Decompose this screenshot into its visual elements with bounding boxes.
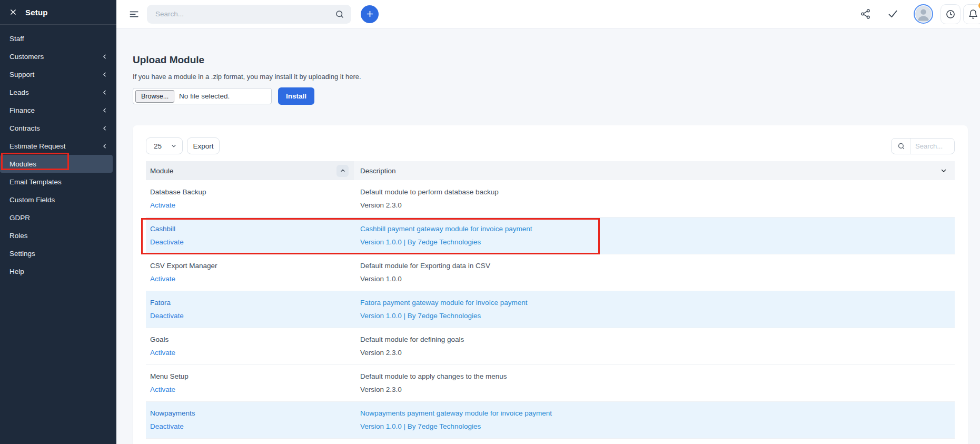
sidebar-item-staff[interactable]: Staff [0, 29, 116, 47]
page-subtitle: If you have a module in a .zip format, y… [133, 73, 361, 81]
module-description: Default module for Exporting data in CSV [360, 262, 955, 270]
table-row-menu-setup: Menu SetupActivate Default module to app… [146, 364, 955, 401]
sidebar-item-support[interactable]: Support [0, 65, 116, 83]
table-search [891, 138, 955, 154]
chevron-left-icon [101, 125, 108, 132]
module-description: Default module to apply changes to the m… [360, 372, 955, 380]
sidebar-title: Setup [25, 8, 48, 17]
topbar [116, 0, 980, 28]
module-version: Version 1.0.0 | By 7edge Technologies [360, 238, 955, 246]
search-icon[interactable] [892, 139, 911, 154]
sidebar-item-modules[interactable]: Modules [0, 155, 113, 173]
module-version: Version 2.3.0 [360, 386, 955, 393]
modules-table: Module Description [146, 161, 955, 439]
sidebar-menu: Staff Customers Support Leads Finance Co… [0, 29, 116, 280]
table-search-input[interactable] [911, 142, 954, 150]
sidebar-item-roles[interactable]: Roles [0, 226, 116, 244]
table-row-goals: GoalsActivate Default module for definin… [146, 328, 955, 364]
avatar[interactable] [914, 4, 933, 24]
sidebar-item-leads[interactable]: Leads [0, 83, 116, 101]
chevron-down-icon [171, 143, 177, 149]
sidebar-item-finance[interactable]: Finance [0, 101, 116, 119]
search-icon[interactable] [335, 9, 344, 19]
clock-icon [945, 9, 956, 19]
module-name-link[interactable]: Nowpayments [150, 409, 354, 417]
menu-toggle-icon[interactable] [129, 9, 140, 19]
module-name: CSV Export Manager [150, 262, 354, 270]
deactivate-link[interactable]: Deactivate [150, 422, 354, 430]
sidebar-item-contracts[interactable]: Contracts [0, 119, 116, 137]
module-name: Menu Setup [150, 372, 354, 380]
page-size-select[interactable]: 25 [146, 137, 183, 154]
activate-link[interactable]: Activate [150, 275, 354, 283]
sort-desc-icon[interactable] [940, 167, 947, 174]
module-description: Default module to perform database backu… [360, 188, 955, 196]
sidebar-item-email-templates[interactable]: Email Templates [0, 173, 116, 191]
modules-card: 25 Export Module [133, 125, 968, 444]
module-name-link[interactable]: Fatora [150, 299, 354, 307]
sidebar-header: Setup [0, 0, 116, 25]
activate-link[interactable]: Activate [150, 349, 354, 357]
bell-icon [968, 9, 978, 19]
page-size-value: 25 [154, 142, 162, 150]
chevron-left-icon [101, 89, 108, 96]
clock-button[interactable] [941, 4, 961, 24]
module-version: Version 2.3.0 [360, 201, 955, 209]
module-description: Fatora payment gateway module for invoic… [360, 299, 955, 307]
install-button[interactable]: Install [278, 87, 314, 105]
table-row-csv-export-manager: CSV Export ManagerActivate Default modul… [146, 254, 955, 291]
chevron-left-icon [101, 71, 108, 78]
module-description: Cashbill payment gateway module for invo… [360, 225, 955, 233]
module-name: Database Backup [150, 188, 354, 196]
activate-link[interactable]: Activate [150, 386, 354, 393]
chevron-left-icon [101, 143, 108, 150]
module-version: Version 2.3.0 [360, 349, 955, 357]
module-name: Goals [150, 336, 354, 343]
export-button[interactable]: Export [187, 137, 220, 154]
table-controls: 25 Export [146, 137, 955, 154]
activate-link[interactable]: Activate [150, 201, 354, 209]
global-search [147, 5, 351, 24]
sidebar-item-estimate-request[interactable]: Estimate Request [0, 137, 116, 155]
topbar-actions [860, 4, 980, 24]
global-search-input[interactable] [155, 10, 335, 18]
module-description: Nowpayments payment gateway module for i… [360, 409, 955, 417]
sidebar-item-custom-fields[interactable]: Custom Fields [0, 191, 116, 209]
module-description: Default module for defining goals [360, 336, 955, 343]
close-icon[interactable] [9, 8, 17, 16]
table-row-nowpayments: NowpaymentsDeactivate Nowpayments paymen… [146, 401, 955, 438]
sidebar-item-customers[interactable]: Customers [0, 47, 116, 65]
browse-button[interactable]: Browse... [135, 90, 174, 103]
chevron-left-icon [101, 107, 108, 114]
module-version: Version 1.0.0 | By 7edge Technologies [360, 422, 955, 430]
table-row-cashbill: CashbillDeactivate Cashbill payment gate… [146, 217, 955, 254]
module-version: Version 1.0.0 [360, 275, 955, 283]
file-status-text: No file selected. [179, 92, 230, 100]
table-row-database-backup: Database BackupActivate Default module t… [146, 180, 955, 217]
add-button[interactable] [361, 5, 379, 23]
sidebar-item-gdpr[interactable]: GDPR [0, 209, 116, 226]
deactivate-link[interactable]: Deactivate [150, 238, 354, 246]
page-title: Upload Module [133, 54, 204, 66]
check-icon[interactable] [887, 8, 898, 19]
table-row-fatora: FatoraDeactivate Fatora payment gateway … [146, 291, 955, 328]
main-content: Upload Module If you have a module in a … [116, 28, 980, 444]
chevron-left-icon [101, 53, 108, 60]
sidebar-item-settings[interactable]: Settings [0, 244, 116, 262]
table-header-row: Module Description [146, 161, 955, 180]
sidebar-item-help[interactable]: Help [0, 262, 116, 280]
setup-sidebar: Setup Staff Customers Support Leads Fina… [0, 0, 116, 444]
notifications-button[interactable] [963, 4, 980, 24]
share-icon[interactable] [860, 8, 871, 19]
plus-icon [365, 9, 374, 18]
module-version: Version 1.0.0 | By 7edge Technologies [360, 312, 955, 320]
deactivate-link[interactable]: Deactivate [150, 312, 354, 320]
sort-asc-icon[interactable] [336, 165, 349, 177]
upload-module-form: Browse... No file selected. Install [133, 87, 314, 105]
column-header-module[interactable]: Module [146, 161, 354, 180]
module-name-link[interactable]: Cashbill [150, 225, 354, 233]
module-file-input[interactable]: Browse... No file selected. [133, 88, 272, 104]
column-header-description[interactable]: Description [354, 161, 955, 180]
